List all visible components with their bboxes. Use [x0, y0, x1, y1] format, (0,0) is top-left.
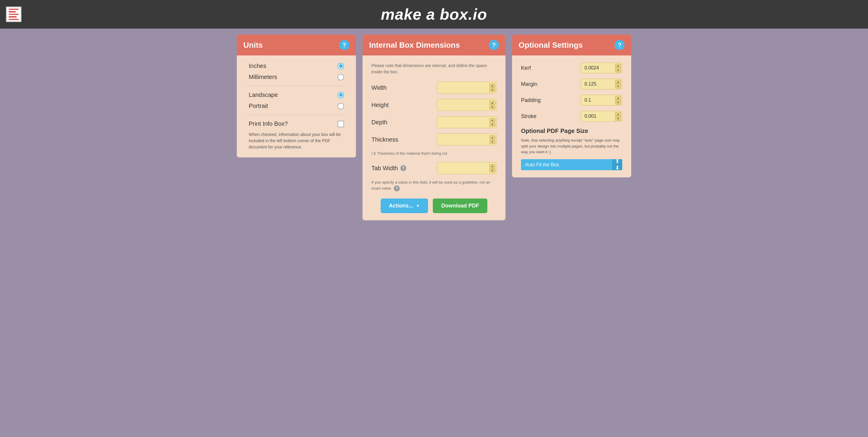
optional-settings-help-icon[interactable]: ?	[615, 40, 625, 50]
kerf-spinner[interactable]: ▲ ▼	[615, 64, 621, 72]
height-down[interactable]: ▼	[489, 105, 495, 109]
thickness-note: I.E Thickness of the material that's bei…	[371, 151, 497, 156]
depth-down[interactable]: ▼	[489, 122, 495, 127]
tab-note-text: If you specify a value in this field, it…	[371, 180, 462, 184]
pdf-page-size-select[interactable]: Auto Fit the Box Letter A4 A3 Tabloid	[521, 159, 622, 170]
tab-note-help-icon[interactable]: ?	[394, 185, 400, 192]
kerf-row: Kerf ▲ ▼	[521, 63, 622, 73]
thickness-label: Thickness	[371, 136, 407, 143]
pdf-size-title: Optional PDF Page Size	[521, 127, 622, 135]
units-card-body: Inches Millimeters Landscape Portrait	[237, 55, 356, 157]
dimensions-note: Please note that dimensions are internal…	[371, 63, 497, 75]
thickness-input-wrap: ▲ ▼	[437, 134, 497, 145]
width-up[interactable]: ▲	[489, 84, 495, 88]
margin-spinner[interactable]: ▲ ▼	[615, 80, 621, 89]
pdf-size-description: Note, that selecting anything except "au…	[521, 138, 622, 155]
tab-note: If you specify a value in this field, it…	[371, 179, 497, 192]
landscape-radio[interactable]	[338, 92, 344, 98]
margin-up[interactable]: ▲	[615, 80, 621, 84]
pdf-select-wrap: Auto Fit the Box Letter A4 A3 Tabloid ⬆⬇	[521, 159, 622, 170]
depth-input[interactable]	[437, 116, 497, 128]
millimeters-option: Millimeters	[246, 74, 347, 81]
actions-dropdown-arrow: ▼	[416, 204, 420, 208]
thickness-down[interactable]: ▼	[489, 140, 495, 144]
stroke-label: Stroke	[521, 113, 536, 119]
stroke-down[interactable]: ▼	[615, 117, 621, 121]
padding-row: Padding ▲ ▼	[521, 95, 622, 106]
units-card: Units ? Inches Millimeters Landscape	[237, 35, 356, 157]
logo-line-1	[9, 9, 19, 10]
thickness-input[interactable]	[437, 134, 497, 145]
portrait-label: Portrait	[249, 103, 268, 109]
portrait-radio[interactable]	[338, 103, 344, 109]
millimeters-radio[interactable]	[338, 74, 344, 81]
padding-down[interactable]: ▼	[615, 100, 621, 105]
tab-width-input[interactable]	[437, 162, 497, 174]
stroke-up[interactable]: ▲	[615, 112, 621, 116]
padding-spinner[interactable]: ▲ ▼	[615, 96, 621, 105]
dimensions-card-header: Internal Box Dimensions ?	[363, 35, 505, 55]
tab-width-down[interactable]: ▼	[489, 168, 495, 173]
millimeters-label: Millimeters	[249, 74, 277, 81]
depth-row: Depth ▲ ▼	[371, 116, 497, 128]
print-info-checkbox[interactable]	[338, 121, 344, 127]
header: make a box.io	[0, 0, 868, 29]
height-input[interactable]	[437, 99, 497, 111]
tab-width-up[interactable]: ▲	[489, 164, 495, 168]
kerf-down[interactable]: ▼	[615, 68, 621, 72]
stroke-input-wrap: ▲ ▼	[581, 111, 622, 122]
kerf-up[interactable]: ▲	[615, 64, 621, 68]
thickness-spinner[interactable]: ▲ ▼	[489, 135, 495, 144]
kerf-input-wrap: ▲ ▼	[581, 63, 622, 73]
tab-width-help-icon[interactable]: ?	[400, 165, 406, 171]
units-card-header: Units ?	[237, 35, 356, 55]
margin-label: Margin	[521, 81, 537, 87]
inches-radio[interactable]	[338, 63, 344, 69]
portrait-option: Portrait	[246, 103, 347, 109]
inches-option: Inches	[246, 63, 347, 69]
width-input[interactable]	[437, 82, 497, 94]
download-pdf-button[interactable]: Download PDF	[433, 199, 487, 213]
width-down[interactable]: ▼	[489, 88, 495, 92]
depth-input-wrap: ▲ ▼	[437, 116, 497, 128]
margin-row: Margin ▲ ▼	[521, 79, 622, 89]
units-divider-2	[246, 115, 347, 115]
depth-label: Depth	[371, 119, 407, 126]
print-info-description: When checked, information about your box…	[246, 132, 347, 150]
height-label: Height	[371, 101, 407, 109]
optional-settings-title: Optional Settings	[519, 40, 583, 50]
width-label: Width	[371, 84, 407, 91]
actions-row: Actions... ▼ Download PDF	[371, 199, 497, 213]
app-title: make a box.io	[381, 5, 487, 23]
dimensions-card-body: Please note that dimensions are internal…	[363, 55, 505, 220]
actions-button[interactable]: Actions... ▼	[381, 199, 428, 213]
tab-width-label: Tab Width	[371, 165, 398, 172]
height-up[interactable]: ▲	[489, 101, 495, 105]
tab-width-spinner[interactable]: ▲ ▼	[489, 164, 495, 173]
landscape-label: Landscape	[249, 91, 278, 98]
depth-spinner[interactable]: ▲ ▼	[489, 118, 495, 127]
dimensions-help-icon[interactable]: ?	[489, 40, 499, 50]
tab-width-label-wrap: Tab Width ?	[371, 165, 406, 172]
main-content: Units ? Inches Millimeters Landscape	[0, 29, 868, 229]
optional-settings-header: Optional Settings ?	[512, 35, 631, 55]
actions-button-label: Actions...	[389, 203, 413, 209]
logo-line-5	[9, 19, 19, 20]
print-info-row: Print Info Box?	[246, 120, 347, 127]
padding-up[interactable]: ▲	[615, 96, 621, 100]
units-help-icon[interactable]: ?	[339, 40, 349, 50]
thickness-up[interactable]: ▲	[489, 135, 495, 140]
depth-up[interactable]: ▲	[489, 118, 495, 122]
print-info-label: Print Info Box?	[249, 120, 288, 127]
height-spinner[interactable]: ▲ ▼	[489, 101, 495, 109]
margin-down[interactable]: ▼	[615, 84, 621, 89]
logo-line-3	[9, 14, 19, 15]
kerf-label: Kerf	[521, 65, 531, 71]
optional-settings-card: Optional Settings ? Kerf ▲ ▼ Margin	[512, 35, 631, 177]
padding-label: Padding	[521, 97, 540, 104]
dimensions-title: Internal Box Dimensions	[369, 40, 460, 50]
stroke-spinner[interactable]: ▲ ▼	[615, 112, 621, 121]
width-spinner[interactable]: ▲ ▼	[489, 84, 495, 92]
width-row: Width ▲ ▼	[371, 82, 497, 94]
inches-label: Inches	[249, 63, 266, 69]
